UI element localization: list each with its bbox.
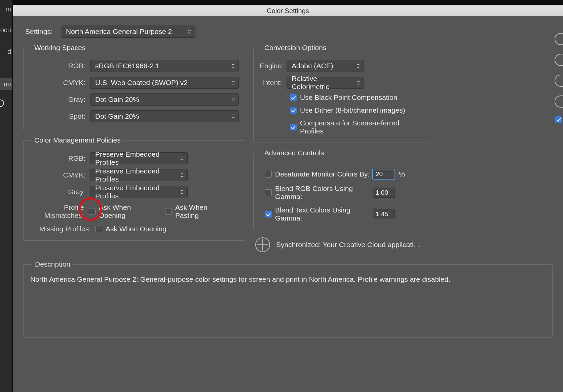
cmyk-select-value: U.S. Web Coated (SWOP) v2 xyxy=(95,79,188,87)
rgb-select[interactable]: sRGB IEC61966-2.1 xyxy=(90,60,239,72)
engine-label: Engine: xyxy=(260,62,287,70)
chevron-down-icon xyxy=(231,64,235,68)
color-policies-group: Color Management Policies RGB: Preserve … xyxy=(23,136,245,241)
missing-profiles-label: Missing Profiles: xyxy=(30,225,96,233)
side-button-fragment[interactable] xyxy=(555,54,563,66)
blend-text-checkbox[interactable] xyxy=(265,211,272,218)
bpc-checkbox[interactable] xyxy=(290,94,297,101)
policy-gray-select[interactable]: Preserve Embedded Profiles xyxy=(90,186,188,198)
working-spaces-legend: Working Spaces xyxy=(32,44,88,52)
bpc-label[interactable]: Use Black Point Compensation xyxy=(300,93,397,102)
mismatch-open-label[interactable]: Ask When Opening xyxy=(99,203,152,220)
dither-label[interactable]: Use Dither (8-bit/channel images) xyxy=(300,106,405,114)
gray-select[interactable]: Dot Gain 20% xyxy=(90,93,239,106)
intent-select[interactable]: Relative Colorimetric xyxy=(287,77,364,89)
chevron-down-icon xyxy=(356,81,360,85)
spot-label: Spot: xyxy=(30,112,90,120)
dialog-title: Color Settings xyxy=(267,7,309,14)
side-button-fragment[interactable] xyxy=(555,75,563,87)
topbar-fragment xyxy=(13,0,563,5)
policy-cmyk-label: CMYK: xyxy=(30,171,90,179)
missing-open-checkbox[interactable] xyxy=(96,226,102,232)
blend-text-label[interactable]: Blend Text Colors Using Gamma: xyxy=(275,206,373,222)
side-button-fragment[interactable] xyxy=(555,95,563,108)
rgb-label: RGB: xyxy=(30,62,90,70)
blend-text-input[interactable] xyxy=(373,209,395,219)
gray-select-value: Dot Gain 20% xyxy=(95,95,139,104)
sync-status-text: Synchronized: Your Creative Cloud applic… xyxy=(276,241,424,249)
policy-rgb-select[interactable]: Preserve Embedded Profiles xyxy=(90,152,188,164)
blend-rgb-checkbox[interactable] xyxy=(265,189,272,196)
side-button-fragment[interactable] xyxy=(555,33,563,45)
mismatch-open-checkbox[interactable] xyxy=(89,208,96,215)
mismatch-paste-checkbox[interactable] xyxy=(165,208,172,215)
settings-select-value: North America General Purpose 2 xyxy=(66,28,172,36)
policy-gray-value: Preserve Embedded Profiles xyxy=(95,184,176,200)
intent-label: Intent: xyxy=(260,79,287,87)
advanced-controls-legend: Advanced Controls xyxy=(262,149,327,157)
cmyk-select[interactable]: U.S. Web Coated (SWOP) v2 xyxy=(90,77,239,89)
description-group: Description North America General Purpos… xyxy=(23,260,553,338)
chevron-down-icon xyxy=(180,173,184,177)
sidebar-text-frag: d xyxy=(7,48,11,55)
policy-gray-label: Gray: xyxy=(30,188,90,196)
chevron-down-icon xyxy=(231,114,235,118)
app-sidebar-fragment: m ocu d ne xyxy=(0,0,13,392)
rgb-select-value: sRGB IEC61966-2.1 xyxy=(95,62,159,70)
mismatch-paste-label[interactable]: Ask When Pasting xyxy=(175,203,225,220)
sidebar-text-frag: m xyxy=(5,5,11,13)
scene-label[interactable]: Compensate for Scene-referred Profiles xyxy=(300,119,422,135)
settings-select[interactable]: North America General Purpose 2 xyxy=(61,26,195,38)
chevron-down-icon xyxy=(180,190,184,194)
policy-rgb-label: RGB: xyxy=(30,154,90,162)
blend-rgb-input[interactable] xyxy=(373,188,395,198)
desaturate-label[interactable]: Desaturate Monitor Colors By: xyxy=(275,170,373,178)
engine-select[interactable]: Adobe (ACE) xyxy=(287,60,364,72)
profile-mismatches-label: Profile Mismatches: xyxy=(30,203,89,220)
spot-select-value: Dot Gain 20% xyxy=(95,112,139,120)
percent-label: % xyxy=(399,170,405,178)
color-settings-dialog: Color Settings Settings: North America G… xyxy=(13,5,563,392)
conversion-options-legend: Conversion Options xyxy=(262,44,329,52)
policy-rgb-value: Preserve Embedded Profiles xyxy=(95,150,176,166)
advanced-controls-group: Advanced Controls Desaturate Monitor Col… xyxy=(253,149,428,230)
blend-rgb-label[interactable]: Blend RGB Colors Using Gamma: xyxy=(275,185,373,201)
color-policies-legend: Color Management Policies xyxy=(32,136,123,144)
scene-checkbox[interactable] xyxy=(290,124,297,130)
sync-icon xyxy=(255,237,270,252)
settings-label: Settings: xyxy=(25,28,58,36)
missing-open-label[interactable]: Ask When Opening xyxy=(106,225,166,233)
chevron-down-icon xyxy=(231,97,235,102)
preview-checkbox-fragment[interactable] xyxy=(555,116,562,123)
sidebar-text-frag: ocu xyxy=(0,26,11,34)
dither-checkbox[interactable] xyxy=(290,107,297,114)
policy-cmyk-value: Preserve Embedded Profiles xyxy=(95,167,176,183)
policy-cmyk-select[interactable]: Preserve Embedded Profiles xyxy=(90,169,188,181)
dialog-titlebar: Color Settings xyxy=(13,5,563,16)
chevron-down-icon xyxy=(231,81,235,85)
spot-select[interactable]: Dot Gain 20% xyxy=(90,110,239,122)
dialog-side-buttons-fragment xyxy=(553,33,563,123)
desaturate-checkbox[interactable] xyxy=(265,171,272,178)
intent-value: Relative Colorimetric xyxy=(292,75,352,91)
chevron-down-icon xyxy=(356,64,360,68)
chevron-down-icon xyxy=(188,30,192,34)
conversion-options-group: Conversion Options Engine: Adobe (ACE) I… xyxy=(253,44,428,143)
working-spaces-group: Working Spaces RGB: sRGB IEC61966-2.1 CM… xyxy=(23,44,245,130)
cmyk-label: CMYK: xyxy=(30,79,90,87)
sidebar-text-frag: ne xyxy=(4,80,11,88)
sidebar-circle-icon xyxy=(0,100,4,107)
desaturate-input[interactable] xyxy=(373,169,395,179)
chevron-down-icon xyxy=(180,156,184,160)
engine-value: Adobe (ACE) xyxy=(292,62,333,70)
sidebar-selected-item[interactable]: ne xyxy=(0,78,12,90)
description-legend: Description xyxy=(32,260,73,268)
gray-label: Gray: xyxy=(30,95,90,104)
description-text: North America General Purpose 2: General… xyxy=(30,274,546,284)
